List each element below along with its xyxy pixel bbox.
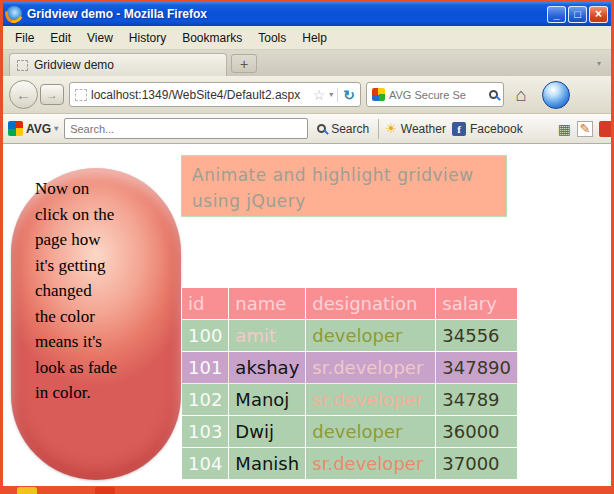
- menu-help[interactable]: Help: [294, 28, 335, 48]
- page-content[interactable]: Now on click on the page how it's gettin…: [3, 144, 611, 486]
- magnifier-icon: [317, 124, 326, 133]
- cell-designation: developer: [306, 320, 436, 352]
- note-text: Now on click on the page how it's gettin…: [35, 176, 153, 406]
- reload-icon[interactable]: ↻: [337, 88, 355, 102]
- sun-icon: ☀: [385, 122, 397, 135]
- cell-designation: sr.developer: [306, 352, 436, 384]
- url-bar[interactable]: ☆ ▾ ↻: [69, 82, 361, 107]
- facebook-icon: f: [452, 122, 466, 136]
- cell-salary: 34789: [436, 384, 518, 416]
- avg-dropdown-icon: ▾: [54, 125, 58, 133]
- cell-id: 102: [182, 384, 229, 416]
- search-engine-icon: [372, 88, 385, 101]
- avg-search-button[interactable]: Search: [314, 122, 372, 136]
- avg-toolbar: AVG ▾ Search ☀ Weather f Facebook ▦ ✎: [3, 114, 611, 144]
- tab-gridview-demo[interactable]: Gridview demo: [9, 53, 227, 76]
- cell-id: 103: [182, 416, 229, 448]
- close-button[interactable]: ×: [589, 6, 608, 23]
- minimize-button[interactable]: _: [547, 6, 566, 23]
- tab-bar: Gridview demo + ▾: [3, 50, 611, 76]
- toolbar-right-icons: ▦ ✎: [558, 121, 606, 137]
- avg-brand-label: AVG: [26, 122, 51, 136]
- new-tab-button[interactable]: +: [231, 54, 257, 73]
- browser-search-input[interactable]: [389, 89, 485, 101]
- window-controls: _ □ ×: [547, 6, 608, 23]
- page-favicon-icon: [75, 89, 87, 101]
- cell-name: akshay: [229, 352, 306, 384]
- window-bottom-frame: [3, 486, 611, 494]
- cell-id: 100: [182, 320, 229, 352]
- cell-salary: 37000: [436, 448, 518, 480]
- addon-orb-icon[interactable]: [542, 81, 570, 109]
- cell-name: amit: [229, 320, 306, 352]
- avg-alert-icon[interactable]: [599, 121, 611, 137]
- toolbar-separator: [378, 119, 379, 139]
- table-row-highlighted[interactable]: 101 akshay sr.developer 347890: [182, 352, 518, 384]
- cell-salary: 34556: [436, 320, 518, 352]
- cell-id: 104: [182, 448, 229, 480]
- home-button[interactable]: ⌂: [509, 86, 533, 104]
- cell-designation: sr.developer: [306, 448, 436, 480]
- cell-salary: 347890: [436, 352, 518, 384]
- navigation-toolbar: ← → ☆ ▾ ↻ ⌂: [3, 76, 611, 114]
- avg-search-label: Search: [331, 122, 369, 136]
- window-title: Gridview demo - Mozilla Firefox: [27, 7, 542, 21]
- cell-name: Manish: [229, 448, 306, 480]
- table-row[interactable]: 102 Manoj sr.developer 34789: [182, 384, 518, 416]
- facebook-button[interactable]: f Facebook: [452, 122, 523, 136]
- url-dropdown-icon[interactable]: ▾: [329, 91, 333, 99]
- cell-name: Dwij: [229, 416, 306, 448]
- avg-menu-button[interactable]: AVG ▾: [8, 121, 58, 136]
- page-heading: Animate and highlight gridview using jQu…: [181, 155, 507, 217]
- column-header-designation: designation: [306, 288, 436, 320]
- keypad-icon[interactable]: ▦: [558, 122, 571, 136]
- bookmark-star-icon[interactable]: ☆: [313, 88, 326, 102]
- menu-history[interactable]: History: [121, 28, 174, 48]
- menu-file[interactable]: File: [7, 28, 42, 48]
- menu-bookmarks[interactable]: Bookmarks: [174, 28, 250, 48]
- facebook-label: Facebook: [470, 122, 523, 136]
- menu-tools[interactable]: Tools: [250, 28, 294, 48]
- firefox-window: Gridview demo - Mozilla Firefox _ □ × Fi…: [0, 0, 614, 494]
- taskbar-peek-yellow-icon: [17, 487, 37, 494]
- browser-search-box[interactable]: [366, 82, 504, 107]
- cell-designation: developer: [306, 416, 436, 448]
- back-button[interactable]: ←: [9, 80, 38, 109]
- menu-view[interactable]: View: [79, 28, 121, 48]
- table-header-row: id name designation salary: [182, 288, 518, 320]
- list-tabs-icon[interactable]: ▾: [597, 60, 605, 70]
- tab-label: Gridview demo: [34, 58, 114, 72]
- table-row[interactable]: 100 amit developer 34556: [182, 320, 518, 352]
- url-input[interactable]: [91, 88, 309, 102]
- avg-logo-icon: [8, 121, 23, 136]
- avg-search-input[interactable]: [64, 118, 308, 139]
- column-header-name: name: [229, 288, 306, 320]
- cell-designation: sr.developer: [306, 384, 436, 416]
- column-header-salary: salary: [436, 288, 518, 320]
- magnifier-icon[interactable]: [489, 90, 498, 99]
- firefox-icon: [6, 6, 22, 22]
- maximize-button[interactable]: □: [568, 6, 587, 23]
- cell-name: Manoj: [229, 384, 306, 416]
- notes-icon[interactable]: ✎: [577, 121, 593, 137]
- table-row[interactable]: 103 Dwij developer 36000: [182, 416, 518, 448]
- forward-button[interactable]: →: [40, 84, 64, 105]
- cell-salary: 36000: [436, 416, 518, 448]
- window-titlebar[interactable]: Gridview demo - Mozilla Firefox _ □ ×: [3, 2, 611, 26]
- menu-edit[interactable]: Edit: [42, 28, 79, 48]
- gridview-table[interactable]: id name designation salary 100 amit deve…: [181, 287, 518, 480]
- column-header-id: id: [182, 288, 229, 320]
- table-row[interactable]: 104 Manish sr.developer 37000: [182, 448, 518, 480]
- menu-bar: File Edit View History Bookmarks Tools H…: [3, 26, 611, 50]
- cell-id: 101: [182, 352, 229, 384]
- weather-label: Weather: [401, 122, 446, 136]
- weather-button[interactable]: ☀ Weather: [385, 122, 446, 136]
- taskbar-peek-red-icon: [95, 487, 115, 494]
- tab-favicon-icon: [17, 60, 28, 71]
